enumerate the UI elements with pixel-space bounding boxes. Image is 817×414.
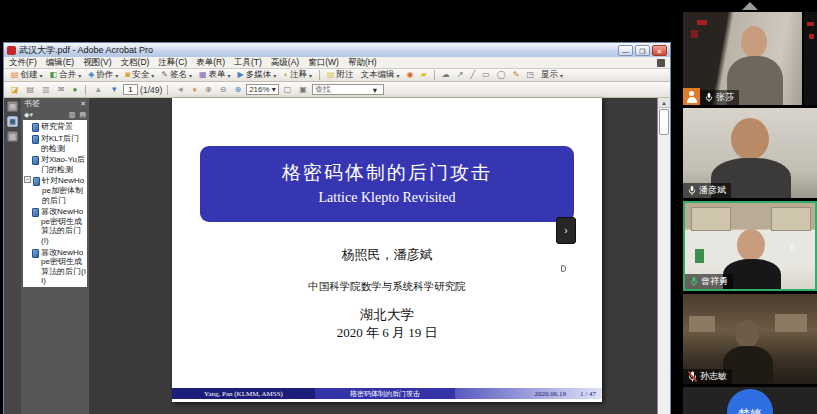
highlighter-button[interactable]: ▰ bbox=[418, 71, 430, 79]
combine-button[interactable]: ◧ 合并▾ bbox=[47, 69, 85, 81]
next-page-button[interactable]: ▼ bbox=[107, 86, 121, 94]
mic-on-icon bbox=[705, 92, 713, 103]
document-area[interactable]: 格密码体制的后门攻击 Lattice Klepto Revisited 杨照民，… bbox=[89, 98, 657, 414]
navigation-icon-strip: ▤ ▦ ▧ bbox=[4, 98, 21, 414]
arrow-markup-button[interactable]: ↗ bbox=[454, 71, 467, 79]
maximize-button[interactable]: ❐ bbox=[635, 45, 650, 56]
comment-button[interactable]: ◖ 注释▾ bbox=[280, 69, 315, 81]
chevron-down-icon: ▾ bbox=[373, 85, 377, 95]
bookmark-item[interactable]: 研究背景 bbox=[24, 122, 86, 132]
slide-title-en: Lattice Klepto Revisited bbox=[200, 190, 574, 206]
menu-advanced[interactable]: 高级(A) bbox=[271, 57, 299, 69]
line-markup-button[interactable]: ╱ bbox=[467, 71, 478, 79]
acrobat-app-icon bbox=[7, 46, 16, 55]
menu-forms[interactable]: 表单(R) bbox=[196, 57, 225, 69]
title-bar[interactable]: 武汉大学.pdf - Adobe Acrobat Pro — ❐ ✕ bbox=[4, 43, 670, 57]
person-icon bbox=[689, 91, 694, 96]
marquee-zoom-button[interactable]: ⊕ bbox=[202, 86, 215, 94]
stamp-icon: ◉ bbox=[407, 71, 414, 79]
menu-help[interactable]: 帮助(H) bbox=[348, 57, 377, 69]
bookmark-item[interactable]: 对Xiao-Yu后门的检测 bbox=[24, 155, 86, 174]
panel-close-icon[interactable]: ✕ bbox=[80, 100, 86, 108]
minimize-button[interactable]: — bbox=[618, 45, 633, 56]
previous-page-button[interactable]: ▲ bbox=[91, 86, 105, 94]
acrobat-window: 武汉大学.pdf - Adobe Acrobat Pro — ❐ ✕ 文件(F)… bbox=[3, 42, 671, 414]
menu-edit[interactable]: 编辑(E) bbox=[46, 57, 74, 69]
hand-tool-button[interactable]: ● bbox=[189, 86, 200, 94]
bookmark-item[interactable]: 篡改NewHope密钥生成算法的后门(I) bbox=[32, 207, 86, 245]
new-bookmark-icon[interactable]: ▤ bbox=[79, 111, 86, 119]
pages-panel-icon[interactable]: ▤ bbox=[7, 101, 18, 112]
zoom-out-button[interactable]: ⊖ bbox=[217, 86, 230, 94]
video-tile-sunzhimin[interactable]: 孙志敏 bbox=[683, 294, 817, 384]
avatar: 梦婷 bbox=[727, 389, 773, 414]
menu-file[interactable]: 文件(F) bbox=[9, 57, 37, 69]
bookmark-item[interactable]: 篡改NewHope密钥生成算法的后门(II) bbox=[32, 248, 86, 286]
save-button[interactable]: ▥ bbox=[39, 86, 53, 94]
find-box[interactable]: ▾ bbox=[312, 84, 384, 95]
fit-page-button[interactable]: ▣ bbox=[296, 86, 310, 94]
participant-name: 潘彦斌 bbox=[699, 184, 726, 197]
video-tile-panyanbin[interactable]: 潘彦斌 bbox=[683, 108, 817, 198]
text-edits-button[interactable]: 文本编辑▾ bbox=[358, 69, 403, 81]
video-tile-zhangsha[interactable]: 张莎 bbox=[683, 12, 817, 105]
hand-tool-icon: ● bbox=[192, 86, 197, 94]
bookmark-icon bbox=[32, 135, 39, 144]
scrollbar-up-icon[interactable]: ▲ bbox=[658, 98, 670, 108]
previous-view-button[interactable]: ◄ bbox=[173, 86, 187, 94]
print-button[interactable]: ▤ bbox=[24, 86, 38, 94]
sign-button[interactable]: ✎ 签名▾ bbox=[158, 69, 195, 81]
footer-page-number: 1 / 47 bbox=[580, 390, 596, 398]
rectangle-markup-button[interactable]: ▭ bbox=[479, 71, 493, 79]
chevron-down-icon: ▾ bbox=[272, 85, 276, 94]
menu-document[interactable]: 文档(D) bbox=[121, 57, 150, 69]
stamp-button[interactable]: ◉ bbox=[404, 71, 417, 79]
page-number-input[interactable] bbox=[123, 84, 138, 95]
participant-name-bar: 张莎 bbox=[700, 90, 739, 105]
menu-view[interactable]: 视图(V) bbox=[83, 57, 111, 69]
expand-bookmarks-icon[interactable]: ▥ bbox=[69, 111, 76, 119]
video-tile-mengting[interactable]: 梦婷 bbox=[683, 387, 817, 414]
slide-venue: 湖北大学 bbox=[172, 306, 602, 324]
fit-width-button[interactable]: ▢ bbox=[281, 86, 295, 94]
secure-button[interactable]: ◙ 安全▾ bbox=[122, 69, 157, 81]
panel-expand-tab[interactable]: › bbox=[556, 217, 576, 244]
bookmarks-panel-icon[interactable]: ▦ bbox=[7, 116, 18, 127]
find-input[interactable] bbox=[315, 85, 373, 94]
create-button[interactable]: ▤ 创建▾ bbox=[8, 69, 46, 81]
menu-comments[interactable]: 注释(C) bbox=[158, 57, 187, 69]
pencil-markup-button[interactable]: ✎ bbox=[510, 71, 523, 79]
cloud-markup-button[interactable]: ☁ bbox=[439, 71, 453, 79]
previous-page-icon: ▲ bbox=[94, 86, 102, 94]
show-comments-button[interactable]: 显示▾ bbox=[538, 69, 566, 81]
scroll-up-icon[interactable] bbox=[742, 2, 758, 10]
slide-title-cn: 格密码体制的后门攻击 bbox=[200, 160, 574, 186]
collapse-icon[interactable]: − bbox=[24, 176, 31, 183]
zoom-out-icon: ⊖ bbox=[220, 86, 227, 94]
menu-window[interactable]: 窗口(W) bbox=[308, 57, 339, 69]
attachments-panel-icon[interactable]: ▧ bbox=[7, 131, 18, 142]
menu-tools[interactable]: 工具(T) bbox=[234, 57, 262, 69]
sticky-note-button[interactable]: ▤ 附注 bbox=[324, 69, 357, 81]
close-button[interactable]: ✕ bbox=[652, 45, 667, 56]
vertical-scrollbar[interactable]: ▲ bbox=[657, 98, 670, 414]
video-tile-zengxiangyong[interactable]: ‖ 曾祥勇 bbox=[683, 201, 817, 291]
email-button[interactable]: ✉ bbox=[55, 86, 68, 94]
mouse-cursor bbox=[561, 265, 566, 272]
bookmark-item[interactable]: − 针对NewHope加密体制的后门 bbox=[24, 176, 86, 205]
window-title: 武汉大学.pdf - Adobe Acrobat Pro bbox=[19, 44, 618, 57]
bookmark-item[interactable]: 对KLT后门的检测 bbox=[24, 134, 86, 153]
scrollbar-thumb[interactable] bbox=[659, 109, 669, 135]
zoom-level-combo[interactable]: 216% ▾ bbox=[246, 84, 278, 95]
forms-button[interactable]: ▦ 表单▾ bbox=[196, 69, 234, 81]
callout-markup-button[interactable]: ◳ bbox=[523, 71, 537, 79]
open-button[interactable]: ◪ bbox=[8, 86, 22, 94]
oval-markup-button[interactable]: ◯ bbox=[494, 71, 509, 79]
web-capture-button[interactable]: ● bbox=[69, 86, 80, 94]
mic-muted-icon bbox=[688, 371, 697, 382]
bookmark-options-icon[interactable]: ◆▾ bbox=[24, 111, 33, 119]
collaborate-button[interactable]: ◈ 协作▾ bbox=[85, 69, 121, 81]
multimedia-button[interactable]: ▶ 多媒体▾ bbox=[234, 69, 279, 81]
participant-name: 梦婷 bbox=[727, 397, 773, 414]
zoom-in-button[interactable]: ⊕ bbox=[231, 86, 244, 94]
